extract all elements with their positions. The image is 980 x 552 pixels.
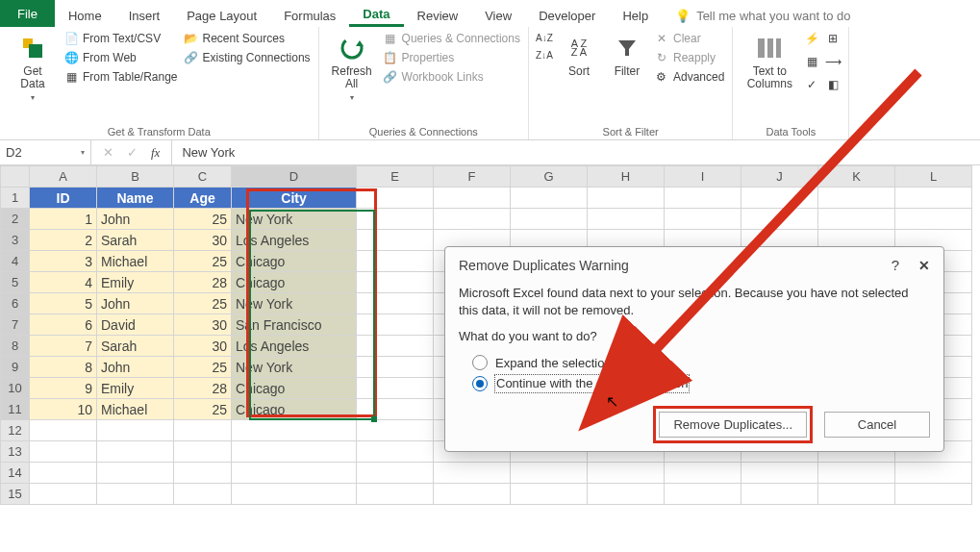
cell[interactable] [174,441,232,463]
col-header-D[interactable]: D [232,166,357,188]
consolidate-button[interactable]: ⊞ [825,31,841,46]
tab-insert[interactable]: Insert [115,0,174,27]
cell[interactable] [895,463,972,484]
filter-button[interactable]: Filter [606,31,648,80]
flash-fill-button[interactable]: ⚡ [804,31,819,46]
table-cell[interactable]: 1 [30,209,97,230]
cancel-button[interactable]: Cancel [824,412,930,438]
table-header[interactable]: Name [97,188,174,209]
tab-view[interactable]: View [471,0,525,27]
row-header-5[interactable]: 5 [1,272,30,293]
col-header-B[interactable]: B [97,166,174,188]
cell[interactable] [232,484,357,505]
cell[interactable] [357,230,434,251]
table-cell[interactable]: John [97,357,174,378]
table-cell[interactable]: 7 [30,336,97,357]
cell[interactable] [434,209,511,230]
radio-continue-current[interactable]: Continue with the current selection [472,375,930,392]
sort-button[interactable]: A ZZ A Sort [558,31,600,80]
reapply-button[interactable]: ↻Reapply [654,50,724,65]
cell[interactable] [174,484,232,505]
table-cell[interactable]: 6 [30,314,97,336]
cell[interactable] [511,209,588,230]
recent-sources-button[interactable]: 📂Recent Sources [184,31,311,46]
row-header-8[interactable]: 8 [1,336,30,357]
advanced-button[interactable]: ⚙Advanced [654,69,724,85]
relationships-button[interactable]: ⟶ [825,54,841,69]
col-header-C[interactable]: C [174,166,232,188]
table-cell[interactable]: New York [232,293,357,314]
col-header-H[interactable]: H [588,166,665,188]
cell[interactable] [97,463,174,484]
cell[interactable] [818,463,895,484]
table-cell[interactable]: 25 [174,209,232,230]
table-cell[interactable]: Emily [97,378,174,399]
col-header-A[interactable]: A [30,166,97,188]
cell[interactable] [30,441,97,463]
help-button[interactable]: ? [892,257,899,273]
cell[interactable] [511,188,588,209]
radio-expand-selection[interactable]: Expand the selection [472,355,930,372]
cell[interactable] [741,209,818,230]
table-cell[interactable]: Emily [97,272,174,293]
table-cell[interactable]: New York [232,209,357,230]
row-header-6[interactable]: 6 [1,293,30,314]
tab-review[interactable]: Review [404,0,472,27]
cell[interactable] [97,420,174,441]
cell[interactable] [357,399,434,420]
row-header-14[interactable]: 14 [1,463,30,484]
cell[interactable] [511,463,588,484]
cell[interactable] [357,188,434,209]
table-cell[interactable]: 30 [174,336,232,357]
sort-az-button[interactable]: A↓Z [537,31,552,46]
cell[interactable] [97,484,174,505]
table-cell[interactable]: 28 [174,378,232,399]
cell[interactable] [818,209,895,230]
table-cell[interactable]: 25 [174,357,232,378]
cell[interactable] [434,463,511,484]
col-header-E[interactable]: E [357,166,434,188]
table-header[interactable]: City [232,188,357,209]
table-cell[interactable]: 8 [30,357,97,378]
cell[interactable] [511,484,588,505]
cell[interactable] [357,441,434,463]
name-box[interactable]: D2 ▾ [0,140,91,164]
row-header-10[interactable]: 10 [1,378,30,399]
cell[interactable] [588,463,665,484]
cell[interactable] [30,463,97,484]
cell[interactable] [357,420,434,441]
table-header[interactable]: ID [30,188,97,209]
table-cell[interactable]: John [97,209,174,230]
table-cell[interactable]: Chicago [232,251,357,272]
cell[interactable] [232,463,357,484]
cell[interactable] [357,463,434,484]
table-cell[interactable]: Los Angeles [232,230,357,251]
cell[interactable] [97,441,174,463]
cell[interactable] [357,251,434,272]
tab-page-layout[interactable]: Page Layout [173,0,270,27]
from-text-csv-button[interactable]: 📄From Text/CSV [63,31,178,46]
table-cell[interactable]: 28 [174,272,232,293]
table-cell[interactable]: Los Angeles [232,336,357,357]
table-cell[interactable]: New York [232,357,357,378]
row-header-15[interactable]: 15 [1,484,30,505]
cell[interactable] [665,463,741,484]
cell[interactable] [232,441,357,463]
cell[interactable] [357,336,434,357]
tab-help[interactable]: Help [609,0,662,27]
cell[interactable] [741,484,818,505]
cell[interactable] [588,484,665,505]
cell[interactable] [357,357,434,378]
cancel-icon[interactable]: ✕ [103,145,113,160]
table-cell[interactable]: 9 [30,378,97,399]
cell[interactable] [357,378,434,399]
cell[interactable] [30,484,97,505]
manage-data-model-button[interactable]: ◧ [825,77,841,92]
cell[interactable] [588,188,665,209]
col-header-I[interactable]: I [665,166,741,188]
table-cell[interactable]: San Francisco [232,314,357,336]
table-cell[interactable]: Chicago [232,272,357,293]
table-cell[interactable]: 30 [174,230,232,251]
cell[interactable] [357,293,434,314]
table-cell[interactable]: Michael [97,251,174,272]
